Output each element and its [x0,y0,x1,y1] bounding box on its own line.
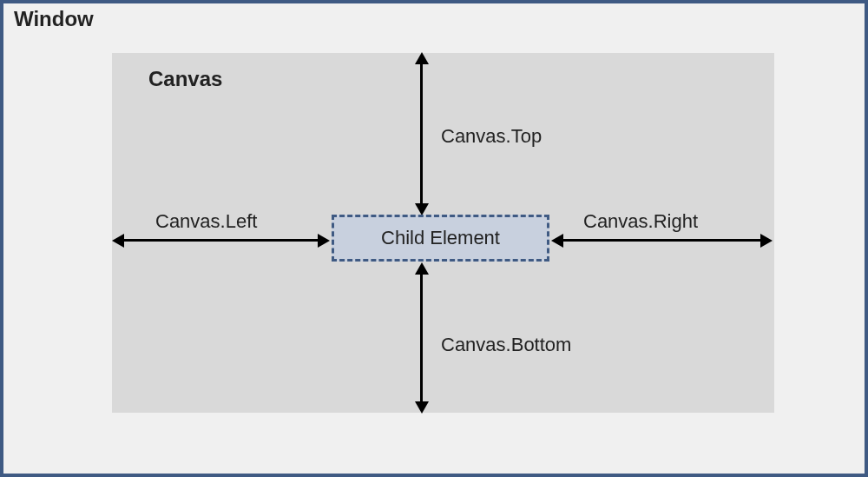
arrow-right-line [562,239,762,242]
window-label: Window [14,7,94,31]
arrow-top-head-down [415,203,429,215]
arrow-right-label: Canvas.Right [583,210,698,233]
arrow-left-head-left [112,234,124,248]
arrow-bottom-label: Canvas.Bottom [441,334,571,356]
child-element: Child Element [332,215,549,262]
arrow-left-line [122,239,321,242]
arrow-top-line [420,63,423,209]
canvas-label: Canvas [148,67,222,91]
arrow-left-head-right [318,234,330,248]
arrow-bottom-head-up [415,262,429,275]
arrow-right-head-right [760,234,773,248]
arrow-top-head-up [415,52,429,64]
arrow-left-label: Canvas.Left [155,210,257,233]
arrow-top-label: Canvas.Top [441,125,542,148]
window-frame: Window Canvas Canvas.Top Canvas.Left Can… [0,0,868,477]
arrow-bottom-line [420,273,423,403]
child-element-label: Child Element [381,227,500,249]
arrow-right-head-left [551,234,563,248]
arrow-bottom-head-down [415,401,429,414]
